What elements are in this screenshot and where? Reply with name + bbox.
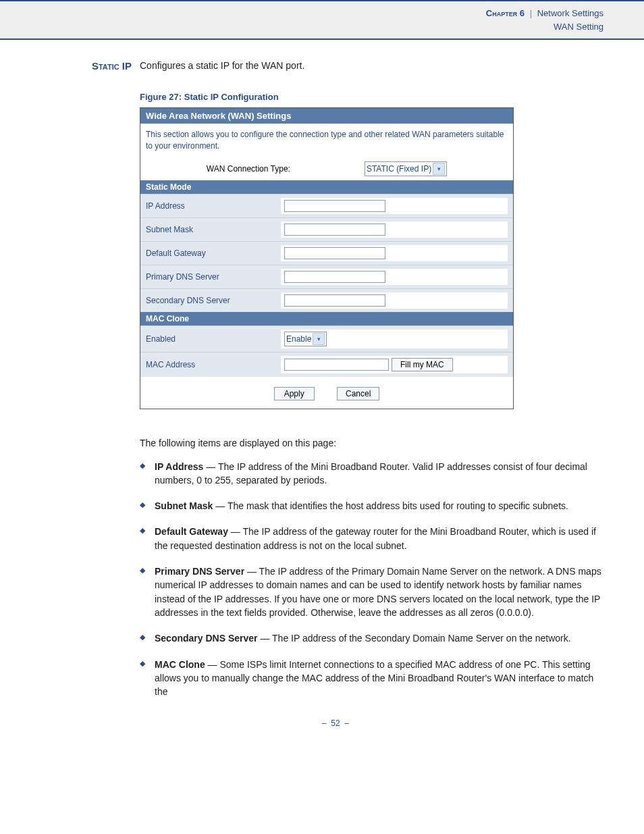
panel-description: This section allows you to configure the… — [140, 124, 513, 157]
list-item: Subnet Mask — The mask that identifies t… — [155, 499, 603, 513]
static-mode-header: Static Mode — [140, 180, 513, 194]
list-item: MAC Clone — Some ISPs limit Internet con… — [155, 658, 603, 699]
primary-dns-label: Primary DNS Server — [146, 272, 281, 282]
chevron-down-icon: ▾ — [433, 163, 445, 175]
wan-settings-panel: Wide Area Network (WAN) Settings This se… — [140, 107, 514, 409]
subnet-mask-input[interactable] — [284, 224, 385, 236]
list-item: Default Gateway — The IP address of the … — [155, 525, 603, 552]
subnet-mask-label: Subnet Mask — [146, 225, 281, 234]
wan-connection-type-select[interactable]: STATIC (Fixed IP) ▾ — [365, 161, 447, 176]
section-heading: Static IP — [68, 60, 140, 72]
secondary-dns-label: Secondary DNS Server — [146, 296, 281, 305]
cancel-button[interactable]: Cancel — [337, 387, 379, 400]
section-intro: Configures a static IP for the WAN port. — [140, 60, 603, 72]
mac-enabled-label: Enabled — [146, 334, 281, 344]
ip-address-input[interactable] — [284, 200, 385, 212]
ip-address-label: IP Address — [146, 201, 281, 211]
panel-title: Wide Area Network (WAN) Settings — [140, 108, 513, 124]
mac-address-label: MAC Address — [146, 360, 281, 369]
default-gateway-input[interactable] — [284, 247, 385, 259]
subsection-label: WAN Setting — [554, 22, 603, 32]
secondary-dns-input[interactable] — [284, 294, 385, 307]
page-header: Chapter 6 | Network Settings WAN Setting — [0, 0, 644, 40]
chevron-down-icon: ▾ — [313, 333, 325, 345]
figure-caption: Figure 27: Static IP Configuration — [140, 92, 603, 102]
apply-button[interactable]: Apply — [274, 387, 315, 400]
chapter-label: Chapter 6 — [486, 8, 525, 18]
body-intro: The following items are displayed on thi… — [140, 436, 603, 450]
primary-dns-input[interactable] — [284, 271, 385, 283]
mac-address-input[interactable] — [284, 359, 389, 371]
wan-connection-type-label: WAN Connection Type: — [207, 164, 290, 174]
default-gateway-label: Default Gateway — [146, 249, 281, 258]
fill-my-mac-button[interactable]: Fill my MAC — [392, 358, 453, 371]
list-item: IP Address — The IP address of the Mini … — [155, 460, 603, 488]
mac-clone-header: MAC Clone — [140, 312, 513, 325]
item-list: IP Address — The IP address of the Mini … — [140, 460, 603, 699]
list-item: Primary DNS Server — The IP address of t… — [155, 565, 603, 619]
list-item: Secondary DNS Server — The IP address of… — [155, 631, 603, 645]
section-label: Network Settings — [537, 8, 603, 18]
page-number: – 52 – — [68, 719, 603, 728]
mac-enabled-select[interactable]: Enable ▾ — [284, 332, 327, 346]
